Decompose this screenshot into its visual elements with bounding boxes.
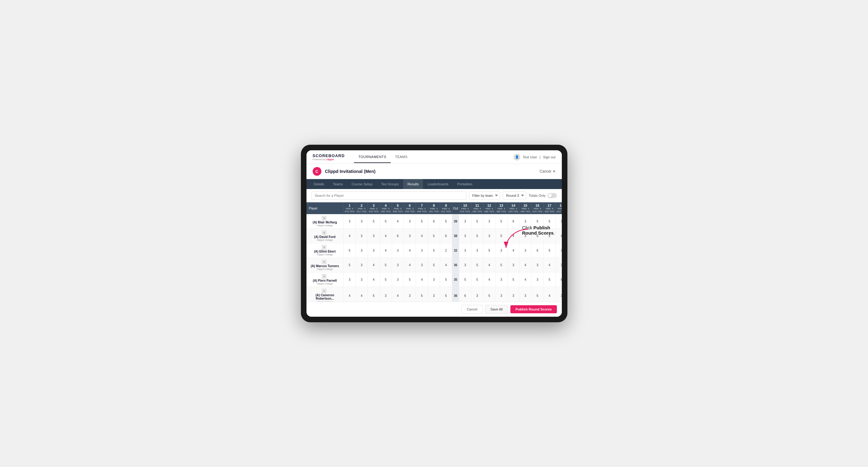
tab-teams[interactable]: Teams <box>329 179 347 189</box>
score-front-2[interactable]: 5 <box>368 214 380 229</box>
score-front-8[interactable]: 5 <box>440 214 452 229</box>
score-back-2[interactable]: 5 <box>483 287 495 302</box>
score-front-1[interactable]: 3 <box>355 229 368 243</box>
score-front-4[interactable]: 4 <box>392 214 404 229</box>
score-front-4[interactable]: 3 <box>392 258 404 272</box>
score-front-2[interactable]: 4 <box>368 272 380 287</box>
score-front-2[interactable]: 3 <box>368 229 380 243</box>
filter-team-select[interactable]: Filter by team <box>469 191 500 199</box>
score-back-4[interactable]: 3 <box>507 287 519 302</box>
score-front-1[interactable]: 3 <box>355 243 368 258</box>
score-back-2[interactable]: 3 <box>483 214 495 229</box>
tab-details[interactable]: Details <box>310 179 329 189</box>
score-back-3[interactable]: 5 <box>495 258 507 272</box>
score-front-6[interactable]: 4 <box>416 272 428 287</box>
score-front-0[interactable]: 4 <box>344 287 356 302</box>
score-back-4[interactable]: 5 <box>507 272 519 287</box>
score-back-3[interactable]: 3 <box>495 287 507 302</box>
score-front-5[interactable]: 3 <box>404 214 416 229</box>
score-back-6[interactable]: 5 <box>531 287 544 302</box>
score-front-7[interactable]: 3 <box>428 272 440 287</box>
score-front-7[interactable]: 6 <box>428 214 440 229</box>
score-front-5[interactable]: 3 <box>404 287 416 302</box>
score-front-7[interactable]: 5 <box>428 229 440 243</box>
score-front-7[interactable]: 3 <box>428 287 440 302</box>
score-front-8[interactable]: 6 <box>440 229 452 243</box>
tab-results[interactable]: Results <box>403 179 423 189</box>
score-front-0[interactable]: 4 <box>344 229 356 243</box>
tab-leaderboards[interactable]: Leaderboards <box>423 179 453 189</box>
score-front-2[interactable]: 3 <box>368 243 380 258</box>
score-back-1[interactable]: 5 <box>471 214 483 229</box>
score-front-6[interactable]: 3 <box>416 243 428 258</box>
score-back-3[interactable]: 3 <box>495 272 507 287</box>
nav-teams[interactable]: TEAMS <box>391 151 412 163</box>
score-back-0[interactable]: 3 <box>459 258 471 272</box>
score-back-8[interactable]: 4 <box>556 229 562 243</box>
cancel-tournament-button[interactable]: Cancel ✕ <box>539 169 555 174</box>
score-back-0[interactable]: 5 <box>459 272 471 287</box>
score-front-1[interactable]: 3 <box>355 214 368 229</box>
score-front-3[interactable]: 3 <box>380 287 392 302</box>
nav-tournaments[interactable]: TOURNAMENTS <box>354 151 391 163</box>
search-input[interactable] <box>311 191 467 199</box>
score-front-6[interactable]: 5 <box>416 287 428 302</box>
score-back-0[interactable]: 3 <box>459 229 471 243</box>
score-front-5[interactable]: 4 <box>404 243 416 258</box>
score-front-2[interactable]: 4 <box>368 258 380 272</box>
score-back-1[interactable]: 5 <box>471 258 483 272</box>
score-back-5[interactable]: 4 <box>519 258 531 272</box>
score-front-3[interactable]: 5 <box>380 272 392 287</box>
score-back-0[interactable]: 6 <box>459 287 471 302</box>
score-back-1[interactable]: 5 <box>471 272 483 287</box>
score-back-0[interactable]: 3 <box>459 243 471 258</box>
score-front-7[interactable]: 5 <box>428 243 440 258</box>
score-front-8[interactable]: 5 <box>440 272 452 287</box>
save-all-button[interactable]: Save All <box>485 305 508 314</box>
score-front-0[interactable]: 3 <box>344 214 356 229</box>
score-back-2[interactable]: 4 <box>483 272 495 287</box>
sign-out-link[interactable]: Sign out <box>543 155 555 159</box>
score-back-7[interactable]: 5 <box>544 243 556 258</box>
score-back-8[interactable]: 3 <box>556 287 562 302</box>
score-back-8[interactable]: 6 <box>556 272 562 287</box>
tab-printables[interactable]: Printables <box>453 179 476 189</box>
score-front-4[interactable]: 6 <box>392 229 404 243</box>
score-back-2[interactable]: 4 <box>483 258 495 272</box>
totals-toggle-switch[interactable] <box>548 193 557 198</box>
score-front-4[interactable]: 3 <box>392 243 404 258</box>
score-back-7[interactable]: 4 <box>544 287 556 302</box>
score-back-8[interactable]: 3 <box>556 243 562 258</box>
score-back-7[interactable]: 5 <box>544 272 556 287</box>
score-back-5[interactable]: 3 <box>519 287 531 302</box>
score-back-1[interactable]: 3 <box>471 287 483 302</box>
cancel-button[interactable]: Cancel <box>461 305 483 314</box>
score-back-1[interactable]: 3 <box>471 243 483 258</box>
score-back-2[interactable]: 3 <box>483 229 495 243</box>
score-front-3[interactable]: 5 <box>380 258 392 272</box>
score-front-3[interactable]: 4 <box>380 243 392 258</box>
score-front-0[interactable]: 5 <box>344 258 356 272</box>
score-front-4[interactable]: 4 <box>392 287 404 302</box>
score-back-6[interactable]: 3 <box>531 272 544 287</box>
score-front-8[interactable]: 2 <box>440 243 452 258</box>
score-front-1[interactable]: 4 <box>355 287 368 302</box>
score-back-2[interactable]: 5 <box>483 243 495 258</box>
score-back-4[interactable]: 3 <box>507 258 519 272</box>
score-front-4[interactable]: 3 <box>392 272 404 287</box>
score-back-6[interactable]: 3 <box>531 258 544 272</box>
score-back-5[interactable]: 4 <box>519 272 531 287</box>
score-front-8[interactable]: 4 <box>440 258 452 272</box>
score-front-3[interactable]: 4 <box>380 229 392 243</box>
score-front-8[interactable]: 5 <box>440 287 452 302</box>
score-front-1[interactable]: 3 <box>355 258 368 272</box>
publish-round-scores-button[interactable]: Publish Round Scores <box>510 305 557 313</box>
score-back-8[interactable]: 3 <box>556 214 562 229</box>
score-front-0[interactable]: 5 <box>344 243 356 258</box>
score-front-5[interactable]: 5 <box>404 272 416 287</box>
score-back-8[interactable]: 3 <box>556 258 562 272</box>
score-front-3[interactable]: 5 <box>380 214 392 229</box>
score-front-6[interactable]: 4 <box>416 229 428 243</box>
score-front-0[interactable]: 3 <box>344 272 356 287</box>
score-back-1[interactable]: 5 <box>471 229 483 243</box>
